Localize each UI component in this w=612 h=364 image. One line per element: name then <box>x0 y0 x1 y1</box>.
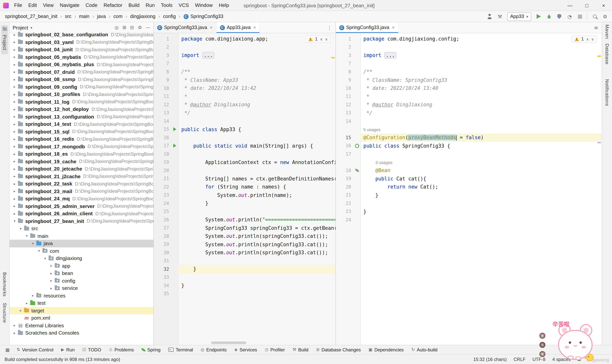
chevron-icon[interactable]: ▸ <box>12 78 17 81</box>
menu-tools[interactable]: Tools <box>158 0 175 11</box>
menu-refactor[interactable]: Refactor <box>100 0 125 11</box>
chevron-icon[interactable]: ▸ <box>12 115 17 119</box>
chevron-icon[interactable]: ▾ <box>36 249 42 253</box>
tree-item-scratches-and-consoles[interactable]: ▸Scratches and Consoles <box>10 329 153 337</box>
tree-item-springboot-06-mybatis-plus[interactable]: ▸springboot_06_mybatis_plusD:\DingJiaxio… <box>10 61 153 68</box>
tree-item-springboot-18-es[interactable]: ▸springboot_18_esD:\DingJiaxiong\IdeaPro… <box>10 150 153 158</box>
chevron-icon[interactable]: ▸ <box>12 70 17 74</box>
menu-file[interactable]: File <box>11 0 25 11</box>
tab-springconfig33-java[interactable]: CSpringConfig33.java× <box>154 22 216 33</box>
coverage-button[interactable] <box>556 13 562 20</box>
chevron-icon[interactable]: ▸ <box>12 160 17 163</box>
expand-all-icon[interactable]: ⊞ <box>122 25 126 30</box>
file-encoding[interactable]: UTF-8 <box>532 357 545 362</box>
chevron-icon[interactable]: ▸ <box>12 189 17 193</box>
tab-app33-java[interactable]: CApp33.java× <box>216 22 260 33</box>
toolwindow-database-changes[interactable]: ≣Database Changes <box>312 345 365 354</box>
run-gutter-icon[interactable] <box>171 128 178 131</box>
chevron-icon[interactable]: ▸ <box>30 294 36 298</box>
breadcrumb-item-src[interactable]: src <box>64 13 72 20</box>
tab-more-icon[interactable]: ⋮ <box>324 22 335 33</box>
maximize-button[interactable]: □ <box>578 0 595 11</box>
tree-item-springboot-09-config[interactable]: ▸springboot_09_configD:\DingJiaxiong\Ide… <box>10 83 153 91</box>
tree-item-springboot-15-sql[interactable]: ▸springboot_15_sqlD:\DingJiaxiong\IdeaPr… <box>10 128 153 135</box>
horizontal-scrollbar[interactable] <box>211 341 246 344</box>
chevron-icon[interactable]: ▸ <box>12 212 17 216</box>
tree-item-springboot-02-base-configuration[interactable]: ▸springboot_02_base_configurationD:\Ding… <box>10 31 153 39</box>
toolwindow-version-control[interactable]: ⇅Version Control <box>13 345 57 354</box>
inspections-widget[interactable]: 1∧∨ <box>305 35 331 43</box>
lock-icon[interactable] <box>578 359 581 361</box>
caret-position[interactable]: 15:32 (16 chars) <box>473 357 507 362</box>
tree-item-springboot-23-mail[interactable]: ▸springboot_23_mailD:\DingJiaxiong\IdeaP… <box>10 188 153 195</box>
menu-build[interactable]: Build <box>125 0 143 11</box>
chevron-icon[interactable]: ▾ <box>18 227 23 231</box>
chevron-icon[interactable]: ▸ <box>12 204 17 208</box>
inspections-widget[interactable]: 1∧∨ <box>571 35 597 43</box>
breadcrumb-item-springconfig33[interactable]: CSpringConfig33 <box>182 13 224 20</box>
toolwindow-todo[interactable]: ☑TODO <box>79 345 105 354</box>
code-area-left[interactable]: 1package com.dingjiaxiong.app;23import .… <box>154 33 335 345</box>
panel-settings-icon[interactable]: ⚙ <box>138 25 142 30</box>
chevron-icon[interactable]: ▸ <box>12 197 17 201</box>
chevron-icon[interactable]: ▸ <box>49 279 54 283</box>
tree-item-springboot-20-jetcache[interactable]: ▸springboot_20_jetcacheD:\DingJiaxiong\I… <box>10 165 153 173</box>
close-button[interactable]: × <box>595 0 612 11</box>
chevron-icon[interactable]: ▾ <box>30 242 36 246</box>
toolwindow-terminal[interactable]: >_Terminal <box>164 345 197 354</box>
chevron-icon[interactable]: ▸ <box>12 182 17 186</box>
tree-item-target[interactable]: ▸target <box>10 307 153 314</box>
tree-item-springboot-08-ssmp[interactable]: ▸springboot_08_ssmpD:\DingJiaxiong\IdeaP… <box>10 76 153 83</box>
chevron-icon[interactable]: ▸ <box>12 85 17 89</box>
chevron-icon[interactable]: ▸ <box>12 92 17 96</box>
user-icon[interactable] <box>487 13 493 20</box>
tree-item-springboot-13-configuration[interactable]: ▸springboot_13_configurationD:\DingJiaxi… <box>10 113 153 120</box>
tree-item-springboot-10-profiles[interactable]: ▸springboot_10_profilesD:\DingJiaxiong\I… <box>10 91 153 98</box>
chevron-icon[interactable]: ▸ <box>12 167 17 171</box>
tree-item-external-libraries[interactable]: ▸▤External Libraries <box>10 322 153 329</box>
collapse-all-icon[interactable]: ⊟ <box>130 25 134 30</box>
chevron-icon[interactable]: ▸ <box>12 152 17 156</box>
tree-item-springboot-07-druid[interactable]: ▸springboot_07_druidD:\DingJiaxiong\Idea… <box>10 68 153 76</box>
chevron-icon[interactable]: ▸ <box>12 137 17 141</box>
toolwindow-run[interactable]: ▶Run <box>57 345 79 354</box>
breadcrumb-item-dingjiaxiong[interactable]: dingjiaxiong <box>129 13 157 20</box>
leaf-gutter-icon[interactable] <box>353 169 360 172</box>
close-tab-icon[interactable]: × <box>253 25 256 30</box>
tool-strip-bookmarks[interactable]: Bookmarks <box>2 270 7 299</box>
toolwindow-build[interactable]: ⚒Build <box>289 345 312 354</box>
chevron-icon[interactable]: ▸ <box>12 100 17 104</box>
menu-vcs[interactable]: VCS <box>175 0 192 11</box>
chevron-icon[interactable]: ▾ <box>24 234 29 238</box>
tree-item-main[interactable]: ▾main <box>10 232 153 240</box>
close-tab-icon[interactable]: × <box>392 25 395 30</box>
menu-window[interactable]: Window <box>192 0 216 11</box>
tree-item-resources[interactable]: ▸resources <box>10 292 153 299</box>
chevron-icon[interactable]: ▸ <box>49 286 54 290</box>
next-problem-icon[interactable]: ∨ <box>325 37 328 41</box>
tab-list-icon[interactable]: ≡ <box>591 22 602 33</box>
tree-item-springboot-21-j2cache[interactable]: ▸springboot_21_j2cacheD:\DingJiaxiong\Id… <box>10 173 153 180</box>
line-separator[interactable]: CRLF <box>514 357 526 362</box>
tool-window-switcher-icon[interactable]: ▦ <box>2 347 13 352</box>
chevron-icon[interactable]: ▾ <box>12 219 17 223</box>
tree-item-springboot-05-mybatis[interactable]: ▸springboot_05_mybatisD:\DingJiaxiong\Id… <box>10 53 153 61</box>
breadcrumb-item-config[interactable]: config <box>162 13 177 20</box>
chevron-icon[interactable]: ▸ <box>12 40 17 44</box>
prev-problem-icon[interactable]: ∧ <box>586 37 589 41</box>
tree-item-java[interactable]: ▾java <box>10 240 153 247</box>
tree-item-test[interactable]: ▸test <box>10 299 153 307</box>
tree-item-springboot-24-mq[interactable]: ▸springboot_24_mqD:\DingJiaxiong\IdeaPro… <box>10 195 153 202</box>
tree-item-springboot-25-admin-server[interactable]: ▸springboot_25_admin_serverD:\DingJiaxio… <box>10 202 153 210</box>
chevron-icon[interactable]: ▸ <box>12 122 17 126</box>
chevron-icon[interactable]: ▸ <box>12 175 17 178</box>
breadcrumb-item-springboot-27-bean-init[interactable]: springboot_27_bean_init <box>4 13 58 20</box>
tree-item-springboot-17-mongodb[interactable]: ▸springboot_17_mongodbD:\DingJiaxiong\Id… <box>10 143 153 150</box>
chevron-icon[interactable]: ▸ <box>49 264 54 268</box>
tool-strip-project[interactable]: Project <box>1 25 8 54</box>
tree-item-springboot-27-bean-init[interactable]: ▾springboot_27_bean_initD:\DingJiaxiong\… <box>10 217 153 225</box>
indent-setting[interactable]: 4 spaces <box>552 357 571 362</box>
tree-item-springboot-16-redis[interactable]: ▸springboot_16_redisD:\DingJiaxiong\Idea… <box>10 135 153 143</box>
tree-item-springboot-03-yaml[interactable]: ▸springboot_03_yamlD:\DingJiaxiong\IdeaP… <box>10 39 153 46</box>
tree-item-com[interactable]: ▾com <box>10 247 153 255</box>
